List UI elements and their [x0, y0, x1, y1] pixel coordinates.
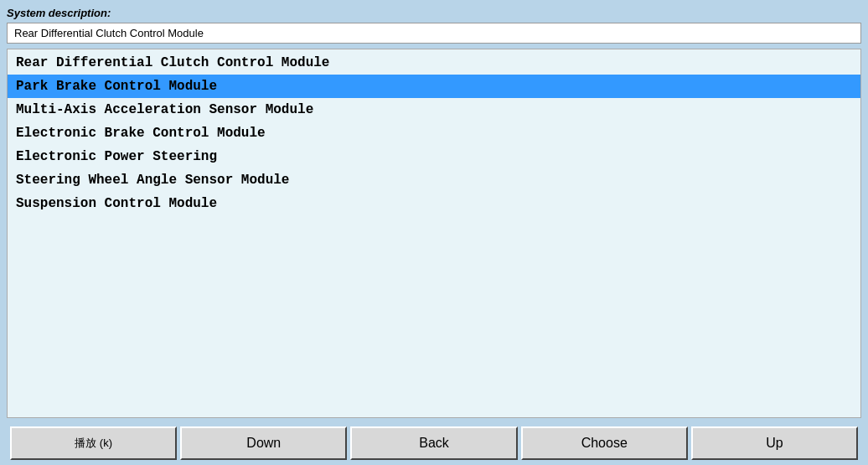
module-list[interactable]: Rear Differential Clutch Control ModuleP…	[7, 49, 861, 418]
up-button[interactable]: Up	[691, 426, 858, 460]
list-item[interactable]: Multi-Axis Acceleration Sensor Module	[8, 98, 860, 121]
list-item[interactable]: Electronic Power Steering	[8, 145, 860, 168]
system-description-value: Rear Differential Clutch Control Module	[7, 23, 861, 44]
system-description-label: System description:	[7, 7, 861, 19]
list-item[interactable]: Electronic Brake Control Module	[8, 121, 860, 145]
down-button[interactable]: Down	[180, 426, 347, 460]
list-item[interactable]: Suspension Control Module	[8, 192, 860, 215]
list-item[interactable]: Park Brake Control Module	[8, 75, 860, 98]
list-item[interactable]: Rear Differential Clutch Control Module	[8, 51, 860, 75]
list-item[interactable]: Steering Wheel Angle Sensor Module	[8, 168, 860, 192]
choose-button[interactable]: Choose	[521, 426, 688, 460]
play-button[interactable]: 播放 (k)	[10, 426, 177, 460]
back-button[interactable]: Back	[350, 426, 517, 460]
footer-toolbar: 播放 (k)DownBackChooseUp	[7, 421, 861, 465]
main-container: System description: Rear Differential Cl…	[0, 0, 868, 465]
